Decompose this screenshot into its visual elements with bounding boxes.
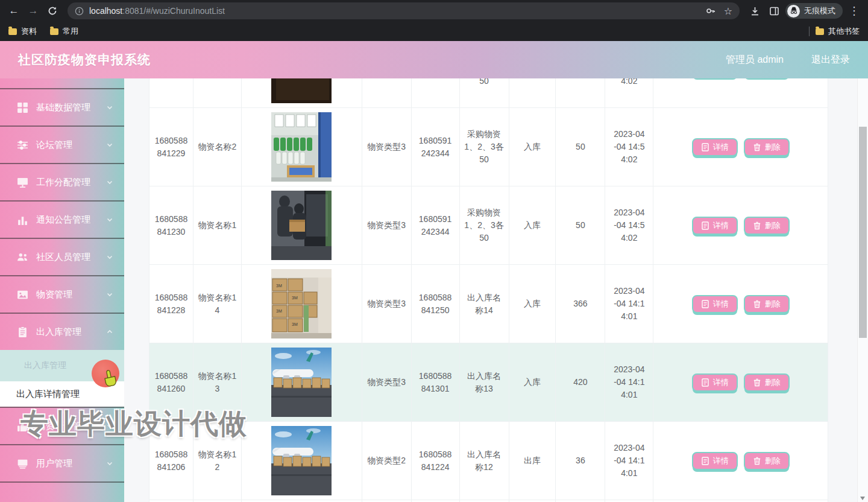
folder-icon bbox=[50, 28, 58, 35]
admin-user-label[interactable]: 管理员 admin bbox=[726, 54, 784, 66]
labeled-boxes-photo bbox=[271, 78, 332, 103]
cell-count: 50 bbox=[556, 78, 605, 107]
cell-actions: 详情删除 bbox=[653, 343, 828, 421]
content-scrollbar[interactable] bbox=[857, 78, 868, 502]
sidebar-item-label: 论坛管理 bbox=[36, 139, 72, 151]
delete-button-label: 删除 bbox=[765, 377, 781, 388]
delete-button[interactable]: 删除 bbox=[744, 138, 790, 156]
cell-ref-id: 1680588841250 bbox=[412, 265, 460, 343]
sidebar-item-6[interactable]: 物资管理 bbox=[0, 275, 124, 313]
delete-button[interactable]: 删除 bbox=[744, 373, 790, 392]
download-icon[interactable] bbox=[747, 3, 763, 19]
info-icon[interactable] bbox=[75, 7, 84, 16]
cell-count: 36 bbox=[556, 422, 605, 500]
other-bookmarks-label: 其他书签 bbox=[828, 26, 860, 37]
sidebar-item-label: 通知公告管理 bbox=[36, 214, 90, 226]
detail-button-label: 详情 bbox=[713, 299, 729, 310]
green-bottles-photo bbox=[271, 112, 332, 182]
clipboard-icon bbox=[17, 326, 28, 338]
detail-button-label: 详情 bbox=[713, 220, 729, 231]
sidebar-item-5[interactable]: 社区人员管理 bbox=[0, 238, 124, 275]
sidebar-item-9[interactable]: 用户管理 bbox=[0, 444, 124, 481]
table-row: 1680588841228物资名称143M3M3M3M物资类型316805888… bbox=[149, 265, 828, 343]
incognito-badge: 无痕模式 bbox=[785, 3, 843, 19]
cell-direction: 入库 bbox=[509, 343, 556, 421]
cell-material-type: 物资类型3 bbox=[362, 343, 412, 421]
sidebar-item-1[interactable]: 基础数据管理 bbox=[0, 88, 124, 126]
cell-direction: 入库 bbox=[509, 78, 556, 107]
scrollbar-thumb[interactable] bbox=[859, 127, 867, 338]
scrollbar-down-arrow[interactable] bbox=[860, 497, 865, 500]
cell-date: 2023-04-04 14:54:02 bbox=[605, 108, 653, 186]
back-icon[interactable]: ← bbox=[6, 3, 22, 19]
cell-inout-name: 采购物资1、2、3各50 bbox=[460, 78, 509, 107]
forward-icon[interactable]: → bbox=[25, 3, 41, 19]
cell-material-name: 物资名称14 bbox=[193, 265, 242, 343]
delete-button[interactable]: 删除 bbox=[744, 217, 790, 235]
cell-actions: 详情删除 bbox=[653, 422, 828, 500]
other-bookmarks[interactable]: 其他书签 bbox=[816, 26, 860, 37]
cell-material-name: 物资名称3 bbox=[193, 78, 242, 107]
delete-button-label: 删除 bbox=[765, 299, 781, 310]
menu-dots-icon[interactable]: ⋮ bbox=[846, 3, 862, 19]
sidebar-item-label: 出入库管理 bbox=[36, 326, 81, 338]
address-bar[interactable]: localhost:8081/#/wuziChuruInoutList ☆ bbox=[68, 2, 740, 19]
cell-ref-id: 1680588841224 bbox=[412, 422, 460, 500]
sidebar-item-2[interactable]: 论坛管理 bbox=[0, 126, 124, 163]
detail-button-label: 详情 bbox=[713, 377, 729, 388]
detail-button[interactable]: 详情 bbox=[692, 217, 738, 235]
detail-button[interactable]: 详情 bbox=[692, 138, 738, 156]
sidebar-item-label: 社区人员管理 bbox=[36, 252, 90, 263]
url-host: localhost bbox=[89, 6, 122, 16]
cell-inout-name: 出入库名称14 bbox=[460, 265, 509, 343]
cell-record-id: 1680588841230 bbox=[149, 186, 193, 264]
cell-material-type: 物资类型3 bbox=[362, 186, 412, 264]
delete-button[interactable]: 删除 bbox=[744, 295, 790, 313]
cell-inout-name: 采购物资1、2、3各50 bbox=[460, 186, 509, 264]
folder-icon bbox=[816, 28, 824, 35]
app-title: 社区防疫物资申报系统 bbox=[18, 51, 151, 68]
bookmark-star-icon[interactable]: ☆ bbox=[724, 5, 732, 17]
cell-count: 420 bbox=[556, 343, 605, 421]
sidebar-top-spacer bbox=[0, 78, 124, 88]
cell-direction: 出库 bbox=[509, 422, 556, 500]
incognito-icon bbox=[787, 5, 800, 17]
sidebar-bottom-divider bbox=[0, 481, 124, 492]
sliders-icon bbox=[17, 139, 28, 151]
delete-button-label: 删除 bbox=[765, 456, 781, 466]
cell-date: 2023-04-04 14:54:02 bbox=[605, 186, 653, 264]
cell-material-name: 物资名称1 bbox=[193, 186, 242, 264]
sidebar-item-7[interactable]: 出入库管理 bbox=[0, 313, 124, 350]
chevron-down-icon bbox=[106, 459, 113, 469]
delete-button[interactable]: 删除 bbox=[744, 452, 790, 470]
bookmark-item-0[interactable]: 资料 bbox=[8, 26, 37, 37]
cell-material-type: 物资类型2 bbox=[362, 422, 412, 500]
detail-button[interactable]: 详情 bbox=[692, 295, 738, 313]
cell-date: 2023-04-04 14:14:01 bbox=[605, 265, 653, 343]
svg-text:3M: 3M bbox=[276, 284, 282, 288]
logout-link[interactable]: 退出登录 bbox=[811, 54, 850, 66]
reload-icon[interactable] bbox=[45, 3, 60, 19]
table-row: 1680588841265物资名称3物资类型21680591242344采购物资… bbox=[149, 78, 828, 108]
cell-direction: 入库 bbox=[509, 265, 556, 343]
key-icon[interactable] bbox=[706, 6, 715, 16]
bookmark-item-1[interactable]: 常用 bbox=[50, 26, 78, 37]
browser-chrome: ← → localhost:8081/#/wuziChuruInoutList … bbox=[0, 0, 868, 41]
detail-button[interactable]: 详情 bbox=[692, 452, 738, 470]
users-icon bbox=[17, 252, 28, 263]
detail-button[interactable]: 详情 bbox=[692, 373, 738, 392]
sidebar-item-3[interactable]: 工作分配管理 bbox=[0, 163, 124, 200]
cell-material-photo bbox=[242, 422, 362, 500]
chevron-down-icon bbox=[106, 252, 113, 262]
svg-text:3M: 3M bbox=[292, 322, 298, 326]
cell-material-photo bbox=[242, 343, 362, 421]
svg-text:3M: 3M bbox=[292, 296, 298, 300]
delete-button-label: 删除 bbox=[765, 142, 781, 153]
computer-icon bbox=[17, 458, 28, 469]
bookmark-label: 资料 bbox=[21, 26, 37, 37]
unloading-truck-photo bbox=[271, 191, 332, 260]
sidebar-subitem-label: 出入库管理 bbox=[24, 360, 66, 371]
sidebar-item-4[interactable]: 通知公告管理 bbox=[0, 200, 124, 238]
image-icon bbox=[17, 289, 28, 300]
side-panel-icon[interactable] bbox=[766, 3, 782, 19]
